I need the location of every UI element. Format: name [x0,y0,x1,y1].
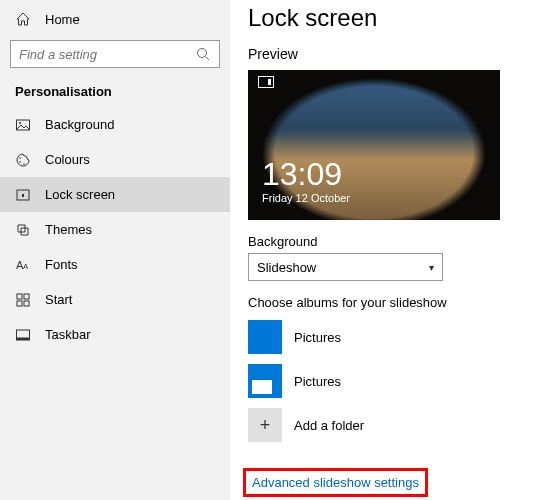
search-field[interactable] [19,47,195,62]
search-icon [195,46,211,62]
sidebar-item-fonts[interactable]: AA Fonts [0,247,230,282]
image-icon [15,117,31,133]
sidebar-item-label: Fonts [45,257,78,272]
folder-tile-icon [248,320,282,354]
add-tile-icon: + [248,408,282,442]
fonts-icon: AA [15,257,31,273]
taskbar-icon [15,327,31,343]
advanced-link-highlight: Advanced slideshow settings [243,468,428,497]
themes-icon [15,222,31,238]
chevron-down-icon: ▾ [429,262,434,273]
search-wrap [0,34,230,71]
folder-tile-icon [248,364,282,398]
svg-rect-8 [22,194,24,197]
home-icon [15,11,31,27]
add-folder-label: Add a folder [294,418,364,433]
sidebar-item-label: Lock screen [45,187,115,202]
background-label: Background [248,234,547,249]
start-icon [15,292,31,308]
svg-rect-12 [24,294,29,299]
svg-point-5 [19,161,21,163]
svg-point-6 [23,163,25,165]
svg-rect-11 [17,294,22,299]
sidebar-item-lockscreen[interactable]: Lock screen [0,177,230,212]
page-title: Lock screen [248,4,547,32]
preview-clock: 13:09 Friday 12 October [262,158,350,204]
main-panel: Lock screen Preview 13:09 Friday 12 Octo… [230,0,547,500]
sidebar-item-background[interactable]: Background [0,107,230,142]
sidebar-item-label: Themes [45,222,92,237]
lock-screen-preview: 13:09 Friday 12 October [248,70,500,220]
section-title: Personalisation [0,71,230,107]
album-label: Pictures [294,330,341,345]
sidebar-item-label: Colours [45,152,90,167]
svg-text:A: A [23,262,29,271]
advanced-slideshow-link[interactable]: Advanced slideshow settings [252,475,419,490]
sidebar-item-label: Background [45,117,114,132]
svg-rect-2 [17,120,30,130]
svg-rect-16 [17,337,30,340]
svg-point-4 [19,157,21,159]
home-button[interactable]: Home [0,4,230,34]
svg-rect-13 [17,301,22,306]
sidebar-item-label: Start [45,292,72,307]
palette-icon [15,152,31,168]
sidebar-item-label: Taskbar [45,327,91,342]
home-label: Home [45,12,80,27]
slideshow-icon [258,76,274,88]
preview-date: Friday 12 October [262,192,350,204]
lock-screen-icon [15,187,31,203]
background-value: Slideshow [257,260,316,275]
background-select[interactable]: Slideshow ▾ [248,253,443,281]
plus-icon: + [260,416,271,434]
sidebar-item-colours[interactable]: Colours [0,142,230,177]
album-item[interactable]: Pictures [248,364,547,398]
sidebar: Home Personalisation Background Colours … [0,0,230,500]
svg-line-1 [206,57,210,61]
sidebar-item-themes[interactable]: Themes [0,212,230,247]
add-folder-button[interactable]: + Add a folder [248,408,547,442]
album-item[interactable]: Pictures [248,320,547,354]
sidebar-item-taskbar[interactable]: Taskbar [0,317,230,352]
svg-point-3 [19,122,21,124]
album-label: Pictures [294,374,341,389]
sidebar-item-start[interactable]: Start [0,282,230,317]
preview-time: 13:09 [262,158,350,190]
search-input[interactable] [10,40,220,68]
albums-label: Choose albums for your slideshow [248,295,547,310]
preview-label: Preview [248,46,547,62]
svg-point-0 [198,49,207,58]
svg-rect-14 [24,301,29,306]
